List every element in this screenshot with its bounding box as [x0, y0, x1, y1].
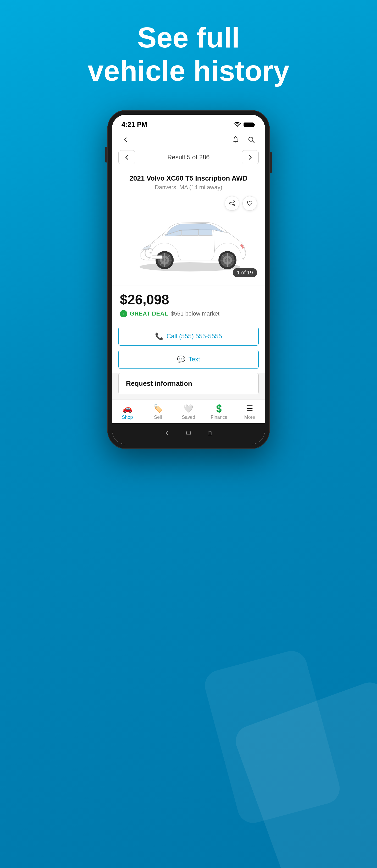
vehicle-location: Danvers, MA (14 mi away)	[120, 184, 257, 191]
result-next-button[interactable]	[242, 150, 259, 164]
search-icon[interactable]	[246, 134, 257, 146]
nav-saved-label: Saved	[182, 414, 195, 420]
image-counter: 1 of 19	[233, 268, 257, 277]
call-button[interactable]: 📞 Call (555) 555-5555	[118, 327, 259, 346]
status-bar: 4:21 PM	[112, 115, 265, 131]
share-button[interactable]	[225, 196, 239, 211]
text-button[interactable]: 💬 Text	[118, 350, 259, 369]
result-count: Result 5 of 286	[138, 154, 239, 161]
deal-label: GREAT DEAL	[130, 310, 168, 317]
sell-icon: 🏷️	[153, 404, 163, 413]
phone-mockup: 4:21 PM	[107, 110, 270, 449]
message-icon: 💬	[177, 355, 185, 364]
nav-shop[interactable]: 🚗 Shop	[112, 400, 143, 423]
svg-rect-27	[152, 255, 162, 259]
nav-shop-label: Shop	[122, 414, 133, 420]
car-image-area: ⊙	[112, 193, 265, 285]
price-section: $26,098 ↑ GREAT DEAL $551 below market	[112, 285, 265, 322]
android-recents-button[interactable]	[207, 430, 213, 437]
wifi-icon	[234, 122, 241, 128]
nav-more-label: More	[244, 414, 255, 420]
android-home-bar	[112, 423, 265, 444]
request-info-title: Request information	[126, 379, 251, 388]
status-icons	[234, 122, 255, 128]
shop-icon: 🚗	[123, 404, 132, 413]
nav-finance[interactable]: 💲 Finance	[204, 400, 234, 423]
android-home-button[interactable]	[185, 430, 192, 437]
phone-screen: 4:21 PM	[112, 115, 265, 444]
vehicle-info: 2021 Volvo XC60 T5 Inscription AWD Danve…	[112, 169, 265, 193]
nav-sell[interactable]: 🏷️ Sell	[143, 400, 173, 423]
action-buttons: 📞 Call (555) 555-5555 💬 Text	[112, 322, 265, 373]
svg-rect-28	[187, 431, 190, 435]
nav-saved[interactable]: 🤍 Saved	[173, 400, 204, 423]
deal-subtext: $551 below market	[171, 310, 219, 317]
phone-icon: 📞	[155, 332, 163, 340]
call-button-label: Call (555) 555-5555	[167, 333, 222, 340]
hero-title: See full vehicle history	[0, 21, 377, 87]
deal-badge: ↑ GREAT DEAL $551 below market	[120, 310, 257, 317]
car-actions	[225, 196, 257, 211]
svg-rect-2	[254, 124, 255, 126]
nav-more[interactable]: ☰ More	[234, 400, 265, 423]
request-info-section[interactable]: Request information	[118, 373, 259, 394]
back-button[interactable]	[120, 134, 131, 146]
svg-point-0	[237, 126, 238, 127]
result-prev-button[interactable]	[118, 150, 135, 164]
phone-frame: 4:21 PM	[107, 110, 270, 449]
svg-point-5	[233, 201, 235, 202]
saved-icon: 🤍	[183, 404, 193, 413]
nav-finance-label: Finance	[211, 414, 228, 420]
more-icon: ☰	[246, 404, 253, 413]
deal-icon: ↑	[120, 310, 127, 317]
notification-bell-icon[interactable]	[230, 134, 241, 146]
top-nav	[112, 131, 265, 150]
svg-point-7	[233, 205, 235, 206]
battery-icon	[243, 122, 255, 128]
vehicle-price: $26,098	[120, 292, 257, 307]
favorite-button[interactable]	[242, 196, 257, 211]
nav-sell-label: Sell	[154, 414, 162, 420]
finance-icon: 💲	[214, 404, 224, 413]
vehicle-title: 2021 Volvo XC60 T5 Inscription AWD	[120, 174, 257, 182]
svg-point-3	[235, 136, 236, 137]
result-nav: Result 5 of 286	[112, 150, 265, 169]
nav-right-icons	[230, 134, 257, 146]
bottom-nav: 🚗 Shop 🏷️ Sell 🤍 Saved 💲 Finance ☰	[112, 399, 265, 423]
svg-point-6	[229, 203, 231, 204]
text-button-label: Text	[188, 355, 200, 363]
svg-rect-1	[244, 123, 254, 127]
status-time: 4:21 PM	[122, 121, 147, 129]
android-back-button[interactable]	[164, 430, 170, 437]
